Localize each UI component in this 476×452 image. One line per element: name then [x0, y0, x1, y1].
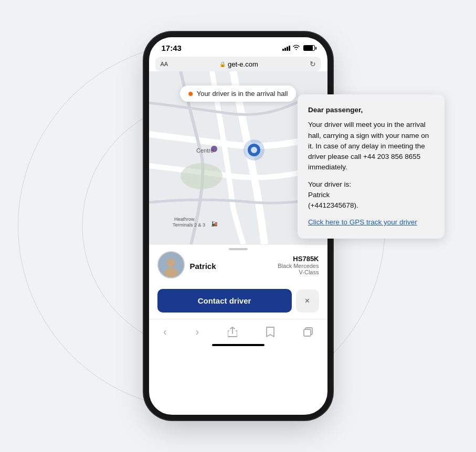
- status-time: 17:43: [162, 44, 182, 52]
- svg-point-1: [181, 163, 223, 189]
- browser-bar[interactable]: AA 🔒 get-e.com ↻: [155, 57, 321, 71]
- signal-icon: [282, 46, 290, 51]
- close-button[interactable]: ×: [296, 289, 319, 313]
- nav-tabs-button[interactable]: [297, 325, 319, 339]
- tooltip-body: Your driver will meet you in the arrival…: [308, 120, 434, 173]
- nav-share-button[interactable]: [221, 325, 244, 339]
- notification-dot: [188, 92, 193, 96]
- nav-bookmarks-button[interactable]: [260, 325, 281, 339]
- status-icons: [282, 45, 315, 52]
- contact-btn-row: Contact driver ×: [149, 285, 327, 319]
- driver-car-model: V-Class: [278, 269, 319, 275]
- status-bar: 17:43: [149, 37, 327, 55]
- bottom-nav: ‹ ›: [149, 319, 327, 342]
- svg-point-11: [164, 268, 178, 277]
- notification-pill: Your driver is in the arrival hall: [180, 85, 297, 102]
- browser-url: 🔒 get-e.com: [219, 60, 258, 68]
- gps-track-link[interactable]: Click here to GPS track your driver: [308, 217, 417, 228]
- driver-plate: HS785K: [278, 255, 319, 263]
- home-indicator: [212, 344, 265, 346]
- svg-rect-13: [304, 329, 311, 336]
- tooltip-driver-name: Patrick: [308, 191, 330, 199]
- driver-avatar: [157, 251, 185, 278]
- driver-car: Black Mercedes: [278, 263, 319, 269]
- tooltip-driver-label: Your driver is:: [308, 180, 351, 188]
- svg-point-4: [244, 139, 265, 160]
- driver-name: Patrick: [190, 262, 216, 271]
- nav-back-button[interactable]: ‹: [157, 324, 173, 340]
- svg-text:Centre: Centre: [196, 147, 214, 154]
- drag-handle: [229, 248, 248, 250]
- driver-panel: Patrick HS785K Black Mercedes V-Class: [149, 244, 327, 285]
- battery-icon: [303, 45, 315, 51]
- tooltip-greeting: Dear passenger,: [308, 105, 434, 115]
- browser-url-text: get-e.com: [228, 60, 258, 68]
- svg-text:Terminals 2 & 3: Terminals 2 & 3: [173, 222, 205, 228]
- browser-aa-label[interactable]: AA: [161, 61, 168, 67]
- nav-forward-button[interactable]: ›: [189, 324, 206, 340]
- refresh-icon[interactable]: ↻: [310, 60, 316, 68]
- svg-text:🚂: 🚂: [211, 220, 218, 227]
- wifi-icon: [292, 45, 300, 52]
- tooltip-driver-phone: (+4412345678).: [308, 201, 358, 209]
- svg-point-10: [166, 259, 175, 267]
- svg-text:Heathrow: Heathrow: [174, 217, 195, 222]
- lock-icon: 🔒: [219, 61, 226, 67]
- contact-driver-button[interactable]: Contact driver: [157, 289, 292, 313]
- notification-text: Your driver is in the arrival hall: [197, 90, 288, 98]
- tooltip-card: Dear passenger, Your driver will meet yo…: [298, 94, 445, 239]
